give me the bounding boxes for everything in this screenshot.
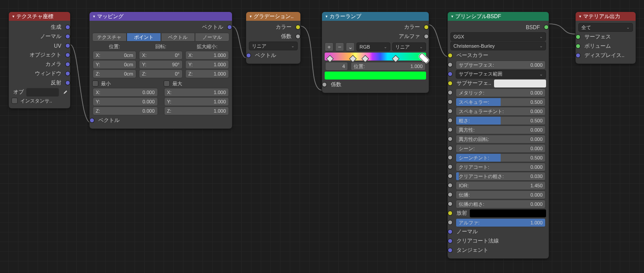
socket-out[interactable] [296,25,300,29]
node-header[interactable]: ▾マッピング [90,12,232,21]
tab-normal[interactable]: ノーマル [195,33,229,42]
min-y[interactable]: Y:0.000 [93,97,158,106]
collapse-tri-icon[interactable]: ▾ [326,12,328,21]
sss-method-select[interactable]: Christensen-Burley⌄ [450,42,546,50]
node-header[interactable]: ▾テクスチャ座標 [9,12,70,21]
socket-in[interactable] [448,72,452,76]
node-material-output[interactable]: ▾マテリアル出力 全て⌄ サーフェス ボリューム ディスプレイス.. [576,12,636,64]
aniso-field[interactable]: 異方性:0.000 [456,125,546,134]
transr-field[interactable]: 伝播の粗さ:0.000 [456,200,546,209]
node-header[interactable]: ▾カラーランプ [322,12,429,21]
mapping-type-tabs[interactable]: テクスチャ ポイント ベクトル ノーマル [92,33,229,42]
socket-out[interactable] [424,34,428,38]
node-mapping[interactable]: ▾マッピング ベクトル テクスチャ ポイント ベクトル ノーマル 位置: X:0… [90,12,232,129]
collapse-tri-icon[interactable]: ▾ [579,12,581,21]
socket-in[interactable] [448,63,452,67]
socket-in[interactable] [448,81,452,85]
loc-z[interactable]: Z:0cm [93,69,136,78]
socket-in[interactable] [448,174,452,178]
gradient-type-select[interactable]: リニア⌄ [249,42,298,50]
trans-field[interactable]: 伝播:0.000 [456,190,546,199]
interpolation-select[interactable]: リニア⌄ [392,42,426,51]
collapse-tri-icon[interactable]: ▾ [451,12,453,21]
socket-out[interactable] [66,81,70,85]
sheen-field[interactable]: シーン:0.000 [456,144,546,153]
collapse-tri-icon[interactable]: ▾ [12,12,15,21]
socket-in[interactable] [247,53,251,57]
socket-in[interactable] [448,155,452,159]
loc-x[interactable]: X:0cm [93,51,136,60]
socket-in[interactable] [448,109,452,113]
emit-swatch[interactable] [470,209,546,217]
rot-x[interactable]: X:0° [139,51,183,60]
socket-in[interactable] [90,118,94,122]
socket-in[interactable] [448,239,452,243]
stop-color-swatch[interactable] [325,72,426,80]
eyedropper-icon[interactable] [61,89,67,95]
node-texture-coordinate[interactable]: ▾テクスチャ座標 生成 ノーマル UV オブジェクト カメラ ウィンドウ 反射 … [9,12,70,108]
alpha-field[interactable]: アルファ:1.000 [456,218,546,227]
rot-z[interactable]: Z:0° [139,69,183,78]
socket-out[interactable] [228,25,232,29]
anisor-field[interactable]: 異方性の回転:0.000 [456,135,546,144]
node-gradient-texture[interactable]: ▾グラデーション.. カラー 係数 リニア⌄ ベクトル [246,12,300,64]
sssc-swatch[interactable] [494,80,546,87]
ior-field[interactable]: IOR:1.450 [456,181,546,190]
socket-out[interactable] [66,44,70,48]
socket-in[interactable] [448,100,452,104]
socket-in[interactable] [448,248,452,252]
socket-in[interactable] [448,91,452,95]
socket-out[interactable] [424,25,428,29]
socket-in[interactable] [448,53,452,57]
socket-in[interactable] [322,83,326,87]
socket-in[interactable] [448,146,452,150]
sheent-field[interactable]: シーンチント:0.500 [456,153,546,162]
node-header[interactable]: ▾マテリアル出力 [576,12,636,21]
spec-field[interactable]: スペキュラー:0.500 [456,98,546,106]
socket-in[interactable] [448,230,452,234]
socket-out[interactable] [544,25,548,29]
socket-out[interactable] [66,53,70,57]
socket-in[interactable] [448,193,452,197]
socket-in[interactable] [448,220,452,224]
loc-y[interactable]: Y:0cm [93,60,136,69]
collapse-tri-icon[interactable]: ▾ [250,12,252,21]
socket-in[interactable] [448,128,452,132]
socket-in[interactable] [448,137,452,141]
add-stop-button[interactable]: + [325,42,333,51]
min-x[interactable]: X:0.000 [93,88,158,97]
socket-out[interactable] [66,25,70,29]
socket-out[interactable] [66,34,70,38]
remove-stop-button[interactable]: − [335,42,344,51]
stop-index-field[interactable]: 4 [325,62,348,71]
met-field[interactable]: メタリック:0.000 [456,88,546,97]
node-header[interactable]: ▾グラデーション.. [246,12,300,21]
min-z[interactable]: Z:0.000 [93,106,158,115]
max-z[interactable]: Z:1.000 [164,106,229,115]
spect-field[interactable]: スペキュラーチント:0.000 [456,107,546,116]
subsurf-field[interactable]: サブサーフェス:0.000 [456,61,546,69]
socket-in[interactable] [448,165,452,169]
scl-z[interactable]: Z:1.000 [185,69,229,78]
socket-out[interactable] [66,72,70,76]
cc-field[interactable]: クリアコート:0.000 [456,163,546,171]
socket-in[interactable] [448,202,452,206]
rough-field[interactable]: 粗さ:0.500 [456,116,546,125]
min-check[interactable]: 最小 [92,80,158,87]
max-x[interactable]: X:1.000 [164,88,229,97]
ramp-menu-button[interactable]: ⌄ [346,42,355,51]
collapse-tri-icon[interactable]: ▾ [93,12,95,21]
scl-y[interactable]: Y:1.000 [185,60,229,69]
max-y[interactable]: Y:1.000 [164,97,229,106]
node-color-ramp[interactable]: ▾カラーランプ カラー アルファ + − ⌄ RGB⌄ リニア⌄ 4 位置:1.… [322,12,429,93]
max-check[interactable]: 最大 [164,80,230,87]
distribution-select[interactable]: GGX⌄ [450,32,546,41]
node-header[interactable]: ▾プリンシプルBSDF [448,12,549,21]
scl-x[interactable]: X:1.000 [185,51,229,60]
socket-in[interactable] [576,35,580,39]
socket-in[interactable] [448,118,452,122]
from-instancer-check[interactable]: インスタンサ.. [11,97,67,105]
stop-position-field[interactable]: 位置:1.000 [351,62,426,71]
ccr-field[interactable]: クリアコートの粗さ:0.030 [456,172,546,181]
target-select[interactable]: 全て⌄ [578,23,633,32]
